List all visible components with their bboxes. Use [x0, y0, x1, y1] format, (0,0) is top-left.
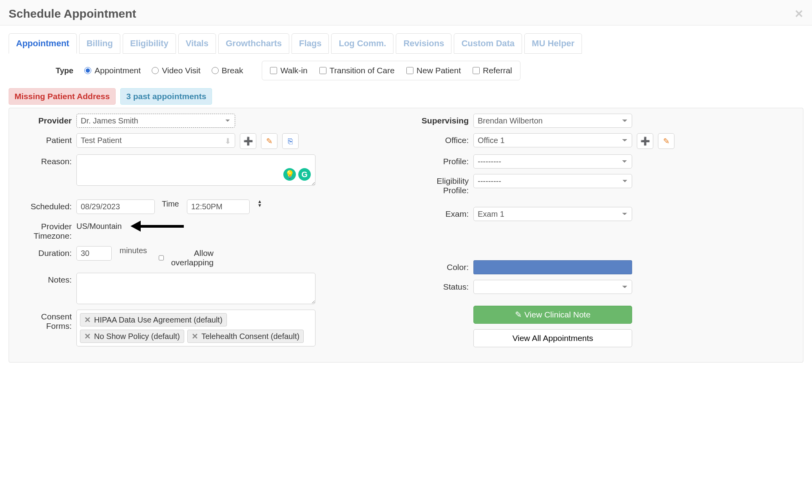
radio-video-label: Video Visit — [162, 66, 200, 75]
radio-appointment[interactable]: Appointment — [84, 66, 141, 75]
remove-tag-icon[interactable]: ✕ — [192, 332, 198, 341]
office-label: Office: — [414, 133, 469, 145]
office-select[interactable]: Office 1 — [473, 133, 632, 147]
grammarly-widget[interactable]: 💡 G — [283, 168, 311, 181]
lightbulb-icon[interactable]: 💡 — [283, 168, 296, 181]
grammarly-icon[interactable]: G — [298, 168, 311, 181]
check-walkin[interactable]: Walk-in — [270, 66, 307, 75]
check-walkin-label: Walk-in — [280, 66, 307, 75]
tab-bar: Appointment Billing Eligibility Vitals G… — [9, 33, 803, 54]
radio-appointment-label: Appointment — [94, 66, 141, 75]
scheduled-date-input[interactable] — [76, 199, 155, 214]
eligibility-profile-label: Eligibility Profile: — [414, 174, 469, 195]
spacer — [414, 329, 469, 341]
tab-customdata[interactable]: Custom Data — [454, 33, 522, 54]
check-referral-label: Referral — [483, 66, 512, 75]
allow-overlap-checkbox[interactable]: Allow overlapping — [159, 246, 214, 267]
consent-tag-label: No Show Policy (default) — [94, 332, 180, 341]
reason-textarea[interactable] — [76, 154, 315, 186]
time-stepper[interactable]: ▲▼ — [257, 199, 262, 207]
view-clinical-note-button[interactable]: ✎ View Clinical Note — [473, 306, 632, 324]
scheduled-time-input[interactable] — [187, 199, 250, 214]
tab-eligibility[interactable]: Eligibility — [123, 33, 176, 54]
edit-office-button[interactable]: ✎ — [658, 133, 674, 149]
provider-label: Provider — [17, 114, 72, 125]
timezone-label: Provider Timezone: — [17, 219, 72, 241]
add-patient-button[interactable]: ➕ — [240, 133, 256, 149]
supervising-label: Supervising — [414, 114, 469, 125]
radio-video[interactable]: Video Visit — [152, 66, 200, 75]
close-icon[interactable]: ✕ — [794, 7, 803, 20]
edit-patient-button[interactable]: ✎ — [261, 133, 277, 149]
color-label: Color: — [414, 260, 469, 272]
timezone-value: US/Mountain — [76, 219, 122, 231]
tab-vitals[interactable]: Vitals — [178, 33, 216, 54]
eligibility-profile-select[interactable]: --------- — [473, 174, 632, 188]
badge-past-appointments[interactable]: 3 past appointments — [120, 88, 212, 105]
chevron-down-icon[interactable]: ⬇ — [225, 136, 231, 146]
consent-tag-label: Telehealth Consent (default) — [201, 332, 299, 341]
tab-billing[interactable]: Billing — [79, 33, 120, 54]
notes-textarea[interactable] — [76, 273, 315, 304]
profile-label: Profile: — [414, 154, 469, 166]
open-patient-button[interactable]: ⎘ — [282, 133, 299, 149]
check-toc-label: Transition of Care — [330, 66, 395, 75]
consent-tag: ✕No Show Policy (default) — [80, 330, 184, 343]
check-newpatient[interactable]: New Patient — [406, 66, 461, 75]
tab-logcomm[interactable]: Log Comm. — [331, 33, 393, 54]
patient-label: Patient — [17, 133, 72, 145]
consent-forms-box[interactable]: ✕HIPAA Data Use Agreement (default) ✕No … — [76, 310, 315, 346]
type-label: Type — [56, 66, 73, 75]
duration-label: Duration: — [17, 246, 72, 258]
check-referral[interactable]: Referral — [473, 66, 512, 75]
exam-label: Exam: — [414, 207, 469, 219]
notes-label: Notes: — [17, 273, 72, 285]
chevron-down-icon[interactable]: ▼ — [257, 203, 262, 207]
check-toc[interactable]: Transition of Care — [319, 66, 395, 75]
provider-select[interactable]: Dr. James Smith — [76, 114, 235, 128]
view-all-appointments-button[interactable]: View All Appointments — [473, 329, 632, 347]
exam-select[interactable]: Exam 1 — [473, 207, 632, 221]
tab-appointment[interactable]: Appointment — [9, 33, 77, 54]
reason-label: Reason: — [17, 154, 72, 166]
status-label: Status: — [414, 280, 469, 292]
remove-tag-icon[interactable]: ✕ — [84, 315, 91, 325]
time-label: Time — [160, 199, 182, 208]
duration-input[interactable] — [76, 246, 112, 261]
allow-overlap-label: Allow overlapping — [167, 248, 214, 267]
type-flags-group: Walk-in Transition of Care New Patient R… — [262, 61, 520, 80]
consent-tag: ✕Telehealth Consent (default) — [187, 330, 304, 343]
consent-tag-label: HIPAA Data Use Agreement (default) — [94, 315, 223, 325]
edit-note-icon: ✎ — [515, 310, 522, 319]
consent-forms-label: Consent Forms: — [17, 310, 72, 331]
spacer — [414, 306, 469, 317]
tab-flags[interactable]: Flags — [292, 33, 329, 54]
tab-muhelper[interactable]: MU Helper — [524, 33, 582, 54]
arrow-annotation — [130, 221, 184, 232]
radio-break[interactable]: Break — [212, 66, 243, 75]
dialog-title: Schedule Appointment — [9, 7, 136, 20]
view-clinical-note-label: View Clinical Note — [524, 310, 591, 319]
profile-select[interactable]: --------- — [473, 154, 632, 169]
patient-input[interactable] — [76, 133, 235, 148]
check-newpatient-label: New Patient — [417, 66, 461, 75]
scheduled-label: Scheduled: — [17, 199, 72, 211]
remove-tag-icon[interactable]: ✕ — [84, 332, 91, 341]
status-select[interactable] — [473, 280, 632, 294]
supervising-select[interactable]: Brendan Wilberton — [473, 114, 632, 128]
duration-unit: minutes — [116, 246, 154, 255]
tab-revisions[interactable]: Revisions — [396, 33, 451, 54]
badge-missing-address[interactable]: Missing Patient Address — [9, 88, 116, 105]
consent-tag: ✕HIPAA Data Use Agreement (default) — [80, 313, 227, 326]
radio-break-label: Break — [222, 66, 243, 75]
color-swatch[interactable] — [473, 260, 632, 274]
tab-growthcharts[interactable]: Growthcharts — [218, 33, 289, 54]
add-office-button[interactable]: ➕ — [637, 133, 653, 149]
